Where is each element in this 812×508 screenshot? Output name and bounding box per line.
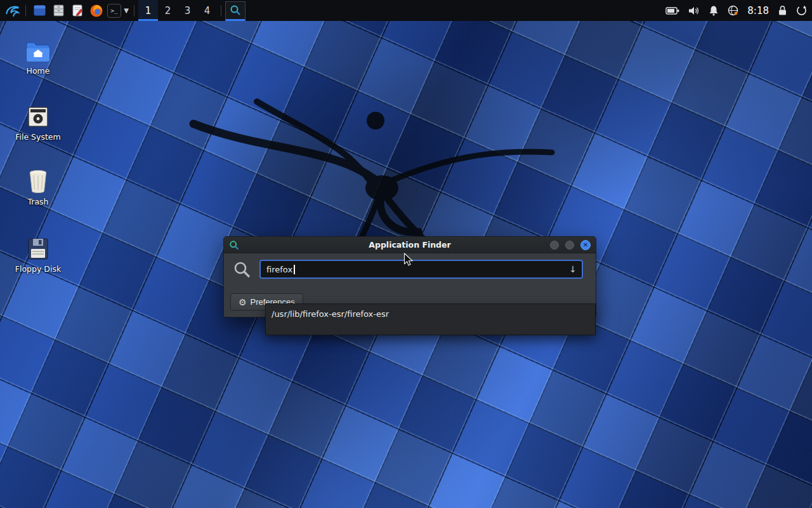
top-panel: >_ ▼ 1 2 3 4 bbox=[0, 0, 812, 21]
firefox-icon[interactable] bbox=[87, 0, 106, 21]
desktop-icon-label: Trash bbox=[5, 197, 71, 206]
network-icon[interactable] bbox=[728, 0, 738, 21]
battery-icon[interactable] bbox=[665, 0, 679, 21]
desktop-icon-label: File System bbox=[5, 132, 71, 142]
desktop-icon-file-system[interactable]: File System bbox=[5, 102, 71, 142]
desktop-icon-label: Floppy Disk bbox=[5, 264, 71, 274]
panel-separator bbox=[221, 5, 221, 17]
text-editor-icon[interactable] bbox=[68, 0, 87, 21]
files-icon[interactable] bbox=[30, 0, 49, 21]
search-icon bbox=[233, 260, 251, 278]
kali-menu-icon[interactable] bbox=[3, 0, 22, 21]
trash-icon bbox=[5, 166, 71, 193]
completion-popup: /usr/lib/firefox-esr/firefox-esr bbox=[265, 304, 596, 335]
floppy-disk-icon bbox=[5, 234, 71, 260]
finder-titlebar[interactable]: Application Finder ✕ bbox=[224, 237, 596, 253]
completion-item[interactable]: /usr/lib/firefox-esr/firefox-esr bbox=[266, 304, 595, 323]
gear-icon: ⚙ bbox=[239, 297, 247, 307]
desktop-icon-label: Home bbox=[5, 66, 71, 76]
application-finder-task-button[interactable] bbox=[225, 1, 246, 21]
workspace-2[interactable]: 2 bbox=[158, 0, 178, 21]
search-input[interactable]: firefox ↓ bbox=[259, 260, 583, 279]
home-folder-icon bbox=[5, 36, 71, 62]
desktop-icon-home[interactable]: Home bbox=[5, 36, 71, 76]
application-finder-icon bbox=[230, 4, 241, 16]
minimize-button[interactable] bbox=[550, 241, 559, 250]
file-manager-icon[interactable] bbox=[49, 0, 68, 21]
power-icon[interactable] bbox=[796, 0, 807, 21]
text-caret bbox=[294, 265, 295, 274]
notifications-icon[interactable] bbox=[709, 0, 719, 21]
terminal-icon[interactable]: >_ bbox=[106, 0, 122, 21]
volume-icon[interactable] bbox=[688, 0, 700, 21]
close-button[interactable]: ✕ bbox=[580, 240, 591, 250]
clock[interactable]: 8:18 bbox=[747, 5, 769, 17]
panel-separator bbox=[25, 5, 26, 17]
finder-body: firefox ↓ ⚙ Preferences /usr/lib/firefox… bbox=[224, 253, 596, 317]
desktop-icon-floppy-disk[interactable]: Floppy Disk bbox=[5, 234, 71, 274]
chevron-down-icon[interactable]: ▼ bbox=[122, 7, 130, 14]
window-title: Application Finder bbox=[224, 240, 596, 250]
workspace-4[interactable]: 4 bbox=[197, 0, 217, 21]
panel-separator bbox=[134, 5, 134, 17]
combo-dropdown-arrow-icon[interactable]: ↓ bbox=[568, 264, 578, 274]
application-finder-window-icon bbox=[229, 240, 239, 250]
close-icon: ✕ bbox=[583, 242, 588, 248]
workspace-1[interactable]: 1 bbox=[138, 0, 158, 21]
desktop-icon-trash[interactable]: Trash bbox=[5, 166, 71, 206]
search-input-value: firefox bbox=[266, 265, 292, 274]
maximize-button[interactable] bbox=[565, 241, 574, 250]
file-system-icon bbox=[5, 102, 71, 128]
application-finder-window: Application Finder ✕ firefox ↓ ⚙ Prefere… bbox=[223, 236, 596, 318]
workspace-3[interactable]: 3 bbox=[178, 0, 197, 21]
lock-icon[interactable] bbox=[778, 0, 787, 21]
